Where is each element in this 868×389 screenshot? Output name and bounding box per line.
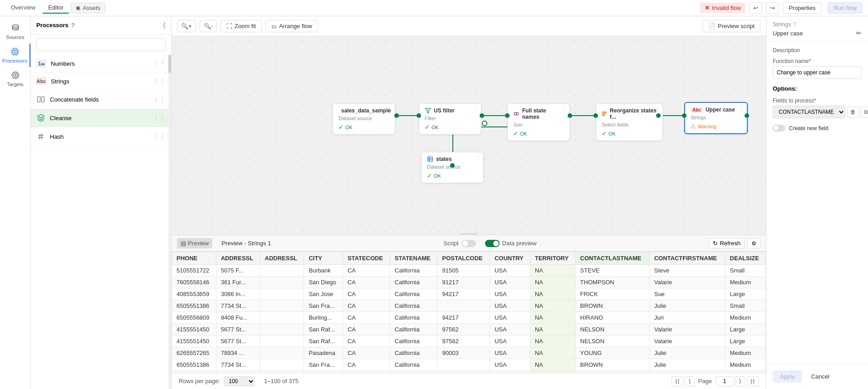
col-header[interactable]: DEALSIZE: [725, 252, 765, 265]
preview-tab[interactable]: ▤ Preview: [177, 238, 212, 248]
col-header[interactable]: TERRITORY: [530, 252, 575, 265]
preview-script-button[interactable]: 📄 Preview script: [702, 20, 760, 32]
node-menu-icon[interactable]: ⋮: [739, 105, 744, 111]
processor-item-cleanse[interactable]: Cleanse ⋮⋮: [31, 109, 171, 127]
col-header[interactable]: ADDRESSL: [216, 252, 260, 265]
table-cell: Juri: [649, 312, 725, 324]
next-page-button[interactable]: ⟩: [736, 376, 745, 386]
col-header[interactable]: COUNTRY: [490, 252, 530, 265]
sidebar-item-targets[interactable]: Targets: [0, 67, 30, 91]
sidebar-item-sources[interactable]: Sources: [0, 20, 30, 44]
table-cell: Small: [725, 300, 765, 312]
col-header[interactable]: STATENAME: [390, 252, 437, 265]
create-field-toggle[interactable]: [773, 125, 785, 131]
properties-button[interactable]: Properties: [783, 2, 821, 14]
table-cell: CA: [343, 277, 390, 288]
resize-handle[interactable]: [460, 233, 478, 235]
undo-button[interactable]: ↩: [749, 2, 762, 14]
table-cell: STEVE: [575, 265, 649, 277]
drag-icon-hash[interactable]: ⋮⋮: [153, 133, 166, 140]
redo-button[interactable]: ↪: [766, 2, 779, 14]
drag-icon-strings[interactable]: ⋮⋮: [153, 78, 166, 85]
node-menu-icon[interactable]: ⋮: [655, 106, 660, 112]
zoom-in-button[interactable]: 🔍+: [177, 20, 196, 32]
page-input[interactable]: [716, 376, 734, 386]
node-subtitle: Join: [513, 122, 564, 127]
data-preview-toggle-switch[interactable]: [485, 240, 500, 247]
sidebar-item-processors[interactable]: Processors: [0, 44, 30, 67]
script-toggle-switch[interactable]: [461, 240, 476, 247]
flow-canvas[interactable]: ⋮ sales_data_sample Dataset source ✓ OK: [172, 36, 766, 235]
node-menu-icon[interactable]: ⋮: [476, 155, 481, 160]
preview-toolbar: ▤ Preview Preview - Strings 1 Script Dat…: [172, 235, 766, 252]
processors-help-icon[interactable]: ?: [71, 22, 75, 29]
function-name-select[interactable]: Change to upper case Change to lower cas…: [773, 66, 862, 79]
processor-item-numbers[interactable]: 1₂₃ Numbers ⋮⋮: [31, 55, 171, 73]
preview-area: ▤ Preview Preview - Strings 1 Script Dat…: [172, 235, 766, 389]
prev-page-button[interactable]: ⟨: [685, 376, 695, 386]
zoom-fit-button[interactable]: ⛶ Zoom fit: [221, 20, 262, 32]
invalid-flow-button[interactable]: ✕ Invalid flow: [700, 3, 745, 13]
zoom-out-button[interactable]: 🔍-: [200, 20, 217, 32]
node-menu-icon[interactable]: ⋮: [562, 106, 567, 112]
collapse-icon[interactable]: ⟨: [163, 21, 166, 29]
col-header[interactable]: CONTACTLASTNAME: [575, 252, 649, 265]
node-sales-data[interactable]: ⋮ sales_data_sample Dataset source ✓ OK: [333, 103, 395, 135]
col-header[interactable]: ADDRESSL: [260, 252, 304, 265]
data-table-wrapper: PHONE ADDRESSL ADDRESSL CITY STATECODE S…: [172, 252, 766, 373]
drag-icon-cleanse[interactable]: ⋮⋮: [153, 114, 166, 122]
run-flow-button[interactable]: Run flow: [828, 2, 863, 14]
col-header[interactable]: POSTALCODE: [437, 252, 490, 265]
node-reorganize[interactable]: ⋮ Reorganize states f... Select fields ✓…: [596, 103, 663, 141]
strings-label: Strings: [51, 78, 69, 85]
table-cell: CA: [343, 336, 390, 347]
table-cell: Burling...: [304, 312, 343, 324]
arrange-flow-button[interactable]: ⚏ Arrange flow: [265, 20, 318, 32]
refresh-button[interactable]: ↻ Refresh: [709, 238, 745, 248]
drag-icon-concat[interactable]: ⋮⋮: [153, 96, 166, 103]
table-row: 65055513867734 St...San Fra...CACaliforn…: [172, 300, 766, 312]
last-page-button[interactable]: ⟩⟩: [747, 376, 759, 386]
col-header[interactable]: CITY: [304, 252, 343, 265]
table-cell: 6505556809: [172, 312, 216, 324]
node-full-state[interactable]: ⋮ Full state names Join ✓ OK: [507, 103, 570, 141]
settings-button[interactable]: ⚙: [747, 238, 760, 248]
first-page-button[interactable]: ⟨⟨: [672, 376, 683, 386]
table-cell: [260, 312, 304, 324]
fields-select[interactable]: CONTACTLASTNAME: [773, 106, 845, 118]
rows-per-page-select[interactable]: 100 50 25: [224, 376, 255, 386]
processor-item-strings[interactable]: Abc Strings ⋮⋮: [31, 73, 171, 90]
abc-icon: Abc: [691, 107, 703, 113]
processor-search-input[interactable]: [36, 38, 166, 51]
edit-icon[interactable]: ✏: [856, 29, 862, 37]
apply-button[interactable]: Apply: [773, 370, 802, 383]
svg-rect-1: [12, 49, 18, 54]
table-cell: Large: [725, 336, 765, 347]
drag-icon-numbers[interactable]: ⋮⋮: [153, 60, 166, 67]
node-upper-case[interactable]: ⋮ Abc Upper case Strings ⚠ Warning: [684, 102, 748, 134]
table-cell: 4155551450: [172, 336, 216, 347]
table-cell: HIRANO: [575, 312, 649, 324]
table-cell: Large: [725, 288, 765, 300]
node-menu-icon[interactable]: ⋮: [387, 106, 392, 112]
tab-editor[interactable]: Editor: [43, 2, 69, 14]
tab-overview[interactable]: Overview: [5, 2, 41, 14]
col-header[interactable]: STATECODE: [343, 252, 390, 265]
table-cell: California: [390, 265, 437, 277]
col-header[interactable]: CONTACTFIRSTNAME: [649, 252, 725, 265]
node-menu-icon[interactable]: ⋮: [473, 106, 478, 112]
node-us-filter[interactable]: ⋮ US filter Filter ✓ OK: [419, 103, 481, 135]
cancel-button[interactable]: Cancel: [806, 370, 835, 383]
strings-help-icon[interactable]: ?: [793, 21, 796, 28]
expand-field-button[interactable]: ⧉: [861, 107, 868, 117]
processor-item-hash[interactable]: Hash ⋮⋮: [31, 127, 171, 146]
delete-field-button[interactable]: 🗑: [847, 107, 859, 117]
col-header[interactable]: PHONE: [172, 252, 216, 265]
table-cell: Steve: [649, 265, 725, 277]
table-cell: CA: [343, 324, 390, 336]
data-preview-toggle: Data preview: [485, 240, 537, 247]
table-header-row: PHONE ADDRESSL ADDRESSL CITY STATECODE S…: [172, 252, 766, 265]
processor-item-concatenate[interactable]: Concatenate fields ⋮⋮: [31, 90, 171, 109]
table-cell: California: [390, 359, 437, 371]
tab-assets[interactable]: ▣ Assets: [71, 3, 105, 13]
